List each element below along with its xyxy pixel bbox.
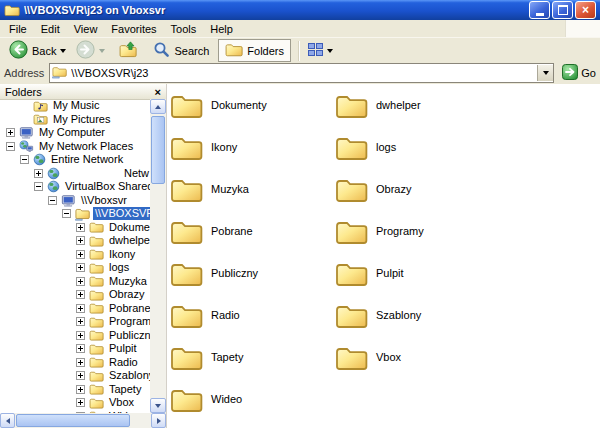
forward-button[interactable] — [73, 39, 108, 62]
folder-tile-wideo[interactable]: Wideo — [170, 378, 335, 420]
collapse-minus-icon[interactable] — [62, 209, 71, 218]
tree-item-szablony[interactable]: Szablony — [0, 369, 150, 383]
folders-pane-close-icon[interactable]: × — [155, 87, 161, 97]
expand-plus-icon[interactable] — [76, 331, 85, 340]
tree-item-netw[interactable]: Netw — [0, 167, 150, 181]
folder-tile-ikony[interactable]: Ikony — [170, 126, 335, 168]
views-button[interactable] — [305, 42, 336, 59]
tree-item-obrazy[interactable]: Obrazy — [0, 288, 150, 302]
vertical-scroll-thumb[interactable] — [151, 116, 165, 184]
tree-item-tapety[interactable]: Tapety — [0, 383, 150, 397]
folder-tile-logs[interactable]: logs — [335, 126, 500, 168]
maximize-button[interactable] — [552, 1, 573, 19]
window-folder-icon — [4, 3, 20, 17]
expand-plus-icon[interactable] — [76, 263, 85, 272]
expand-plus-icon[interactable] — [76, 344, 85, 353]
folder-tile-programy[interactable]: Programy — [335, 210, 500, 252]
tree-item-ikony[interactable]: Ikony — [0, 248, 150, 262]
minimize-button[interactable] — [529, 1, 550, 19]
tree-item-my-network-places[interactable]: My Network Places — [0, 140, 150, 154]
folder-tile-label: Ikony — [211, 141, 237, 153]
expand-plus-icon[interactable] — [76, 304, 85, 313]
folder-tile-tapety[interactable]: Tapety — [170, 336, 335, 378]
tree-item-my-music[interactable]: My Music — [0, 99, 150, 113]
tree-item-label: Radio — [107, 356, 140, 369]
tree-item-vbox[interactable]: Vbox — [0, 396, 150, 410]
folder-tile-dokumenty[interactable]: Dokumenty — [170, 84, 335, 126]
expand-plus-icon[interactable] — [34, 169, 43, 178]
scroll-left-button[interactable] — [0, 413, 15, 428]
tree-item-dwhelper[interactable]: dwhelper — [0, 234, 150, 248]
folder-tile-pulpit[interactable]: Pulpit — [335, 252, 500, 294]
back-button[interactable]: Back — [6, 39, 69, 62]
menu-item-help[interactable]: Help — [203, 22, 240, 36]
expand-plus-icon[interactable] — [76, 371, 85, 380]
folder-tile-dwhelper[interactable]: dwhelper — [335, 84, 500, 126]
close-button[interactable]: × — [575, 1, 596, 19]
folders-icon — [225, 42, 243, 59]
expand-plus-icon[interactable] — [76, 236, 85, 245]
tree-item-pulpit[interactable]: Pulpit — [0, 342, 150, 356]
tree-item-publiczny[interactable]: Publiczny — [0, 329, 150, 343]
tree-item-label: My Computer — [37, 126, 107, 139]
folder-tile-szablony[interactable]: Szablony — [335, 294, 500, 336]
collapse-minus-icon[interactable] — [6, 142, 15, 151]
tree-item-my-pictures[interactable]: My Pictures — [0, 113, 150, 127]
tree-horizontal-scrollbar[interactable] — [0, 413, 166, 428]
tree-vertical-scrollbar[interactable] — [150, 99, 166, 413]
tree-item--vboxsvr-j23[interactable]: \\VBOXSVR\j23 — [0, 207, 150, 221]
tree-item-radio[interactable]: Radio — [0, 356, 150, 370]
expand-plus-icon[interactable] — [76, 358, 85, 367]
tree-item-label: Muzyka — [107, 275, 149, 288]
menu-item-favorites[interactable]: Favorites — [104, 22, 163, 36]
search-button[interactable]: Search — [150, 40, 212, 61]
tree-item-entire-network[interactable]: Entire Network — [0, 153, 150, 167]
expand-plus-icon[interactable] — [76, 398, 85, 407]
scroll-right-button[interactable] — [151, 413, 166, 428]
menu-item-file[interactable]: File — [2, 22, 34, 36]
tree-item--vboxsvr[interactable]: \\Vboxsvr — [0, 194, 150, 208]
folder-tile-publiczny[interactable]: Publiczny — [170, 252, 335, 294]
expand-plus-icon[interactable] — [76, 290, 85, 299]
address-value: \\VBOXSVR\j23 — [71, 67, 537, 79]
collapse-minus-icon[interactable] — [20, 155, 29, 164]
horizontal-scroll-thumb[interactable] — [16, 414, 130, 427]
folder-tile-muzyka[interactable]: Muzyka — [170, 168, 335, 210]
menu-item-view[interactable]: View — [67, 22, 105, 36]
expand-plus-icon[interactable] — [76, 250, 85, 259]
collapse-minus-icon[interactable] — [48, 196, 57, 205]
tree-item-dokumenty[interactable]: Dokumenty — [0, 221, 150, 235]
menu-bar: FileEditViewFavoritesToolsHelp — [0, 20, 600, 37]
expand-plus-icon[interactable] — [76, 385, 85, 394]
expand-plus-icon[interactable] — [76, 223, 85, 232]
folder-tile-obrazy[interactable]: Obrazy — [335, 168, 500, 210]
scroll-down-button[interactable] — [150, 398, 166, 413]
back-dropdown-icon[interactable] — [60, 49, 66, 53]
address-input[interactable]: \\VBOXSVR\j23 — [49, 63, 554, 83]
go-label: Go — [581, 67, 596, 79]
tree-item-programy[interactable]: Programy — [0, 315, 150, 329]
address-dropdown-button[interactable] — [537, 65, 553, 81]
folder-icon — [170, 344, 203, 371]
go-button[interactable]: Go — [562, 64, 596, 82]
expand-plus-icon[interactable] — [6, 128, 15, 137]
views-dropdown-icon[interactable] — [327, 49, 333, 53]
folder-icon — [335, 92, 368, 119]
tree-item-my-computer[interactable]: My Computer — [0, 126, 150, 140]
tree-item-logs[interactable]: logs — [0, 261, 150, 275]
scroll-up-button[interactable] — [150, 99, 166, 114]
menu-item-edit[interactable]: Edit — [34, 22, 67, 36]
folders-pane-title: Folders — [5, 86, 155, 98]
tree-item-pobrane[interactable]: Pobrane — [0, 302, 150, 316]
tree-item-virtualbox-shared-folder[interactable]: VirtualBox Shared Folder — [0, 180, 150, 194]
folders-button[interactable]: Folders — [218, 39, 291, 62]
folder-tile-vbox[interactable]: Vbox — [335, 336, 500, 378]
expand-plus-icon[interactable] — [76, 277, 85, 286]
tree-item-muzyka[interactable]: Muzyka — [0, 275, 150, 289]
folder-tile-pobrane[interactable]: Pobrane — [170, 210, 335, 252]
collapse-minus-icon[interactable] — [34, 182, 43, 191]
up-button[interactable] — [116, 40, 140, 61]
menu-item-tools[interactable]: Tools — [164, 22, 204, 36]
expand-plus-icon[interactable] — [76, 317, 85, 326]
folder-tile-radio[interactable]: Radio — [170, 294, 335, 336]
